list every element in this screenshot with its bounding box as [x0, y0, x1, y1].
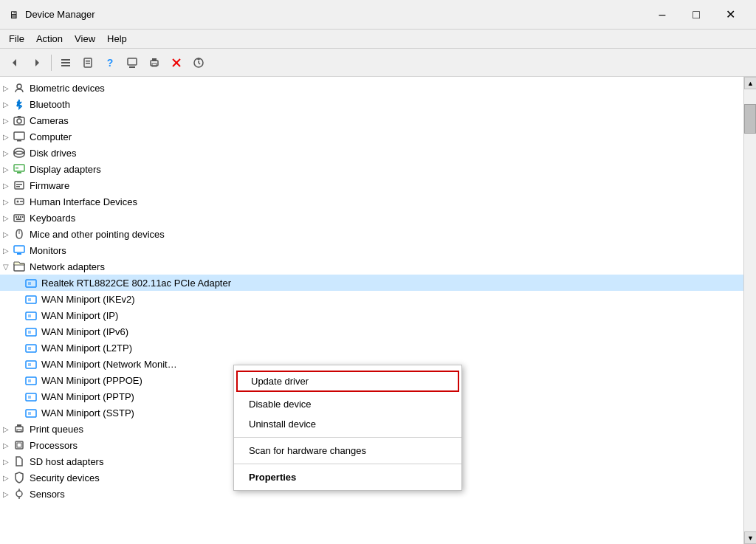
firmware-label: Firmware — [30, 180, 69, 191]
device-tree[interactable]: ▷ Biometric devices ▷ Bluetooth ▷ Camera… — [0, 77, 743, 544]
close-button[interactable]: ✕ — [713, 3, 747, 27]
bluetooth-icon — [12, 97, 27, 111]
toolbar-scan[interactable] — [188, 52, 209, 73]
disk-icon — [12, 145, 27, 160]
svg-rect-60 — [28, 396, 31, 399]
print-icon — [12, 421, 27, 436]
expand-icon: ▷ — [0, 114, 12, 126]
svg-rect-31 — [16, 186, 20, 187]
menu-help[interactable]: Help — [101, 32, 133, 46]
tree-item-disk[interactable]: ▷ Disk drives — [0, 145, 743, 161]
wan-pppoe-icon — [24, 373, 38, 388]
tree-item-wan-ikev2[interactable]: WAN Miniport (IKEv2) — [0, 291, 743, 307]
expand-icon: ▷ — [0, 488, 12, 500]
tree-item-display[interactable]: ▷ Display adapters — [0, 161, 743, 177]
expand-icon: ▷ — [0, 423, 12, 435]
toolbar-remove[interactable] — [166, 52, 187, 73]
svg-rect-7 — [86, 63, 90, 64]
expand-icon — [12, 390, 24, 402]
sensors-icon — [12, 486, 27, 501]
toolbar-forward[interactable] — [27, 52, 47, 73]
app-icon: 🖥 — [9, 9, 19, 21]
svg-rect-50 — [28, 314, 31, 317]
title-bar: 🖥 Device Manager – □ ✕ — [0, 0, 756, 30]
expand-icon — [12, 374, 24, 386]
context-menu-item-uninstall[interactable]: Uninstall device — [234, 414, 461, 434]
context-menu-item-scan[interactable]: Scan for hardware changes — [234, 441, 461, 461]
disk-label: Disk drives — [30, 148, 77, 159]
expand-icon: ▷ — [0, 455, 12, 467]
svg-rect-2 — [61, 59, 70, 61]
svg-marker-0 — [13, 59, 16, 66]
vertical-scrollbar[interactable]: ▲ ▼ — [743, 77, 756, 544]
tree-item-biometric[interactable]: ▷ Biometric devices — [0, 80, 743, 96]
wan-sstp-label: WAN Miniport (SSTP) — [41, 407, 134, 419]
expand-icon — [12, 293, 24, 305]
svg-rect-6 — [86, 61, 90, 62]
print-label: Print queues — [30, 424, 83, 435]
tree-item-wan-l2tp[interactable]: WAN Miniport (L2TP) — [0, 340, 743, 356]
context-menu-item-disable[interactable]: Disable device — [234, 394, 461, 414]
network-label: Network adapters — [30, 261, 105, 272]
svg-rect-65 — [17, 430, 21, 432]
tree-item-firmware[interactable]: ▷ Firmware — [0, 177, 743, 193]
scroll-track[interactable] — [744, 89, 756, 531]
cameras-label: Cameras — [30, 115, 69, 126]
tree-item-network[interactable]: ▽ Network adapters — [0, 258, 743, 275]
svg-rect-21 — [17, 140, 21, 142]
tree-item-cameras[interactable]: ▷ Cameras — [0, 112, 743, 128]
properties-label: Properties — [249, 472, 296, 483]
toolbar-print[interactable] — [144, 52, 165, 73]
update-driver-label: Update driver — [251, 376, 309, 387]
expand-icon: ▷ — [0, 228, 12, 240]
wan-pptp-label: WAN Miniport (PPTP) — [41, 391, 134, 402]
tree-item-keyboards[interactable]: ▷ Keyboards — [0, 210, 743, 226]
expand-icon: ▷ — [0, 131, 12, 142]
tree-item-monitors[interactable]: ▷ Monitors — [0, 242, 743, 258]
svg-rect-67 — [17, 443, 21, 447]
svg-rect-28 — [16, 167, 18, 169]
context-menu-item-update-driver[interactable]: Update driver — [236, 371, 459, 392]
realtek-label: Realtek RTL8822CE 802.11ac PCIe Adapter — [41, 278, 231, 289]
hid-icon — [12, 194, 27, 209]
biometric-label: Biometric devices — [30, 83, 105, 94]
toolbar-help[interactable]: ? — [100, 52, 120, 73]
menu-action[interactable]: Action — [30, 32, 69, 46]
camera-icon — [12, 113, 27, 128]
menu-view[interactable]: View — [69, 32, 101, 46]
svg-rect-4 — [61, 65, 70, 66]
expand-icon: ▷ — [0, 196, 12, 207]
wan-ipv6-label: WAN Miniport (IPv6) — [41, 326, 128, 337]
biometric-icon — [12, 80, 27, 95]
display-icon — [12, 162, 27, 176]
svg-rect-34 — [20, 201, 23, 202]
menu-file[interactable]: File — [3, 32, 30, 46]
svg-rect-58 — [28, 379, 31, 382]
toolbar-properties[interactable] — [78, 52, 98, 73]
title-controls: – □ ✕ — [645, 3, 747, 27]
toolbar-update[interactable] — [122, 52, 142, 73]
svg-point-19 — [17, 119, 21, 123]
wan-ikev2-icon — [24, 292, 38, 306]
maximize-button[interactable]: □ — [679, 3, 713, 27]
scroll-thumb[interactable] — [744, 104, 756, 134]
toolbar-back[interactable] — [4, 52, 25, 73]
svg-rect-42 — [14, 246, 24, 252]
wan-ip-label: WAN Miniport (IP) — [41, 310, 118, 321]
scroll-down-button[interactable]: ▼ — [744, 531, 756, 544]
expand-icon: ▷ — [0, 98, 12, 110]
minimize-button[interactable]: – — [645, 3, 679, 27]
tree-item-wan-ipv6[interactable]: WAN Miniport (IPv6) — [0, 323, 743, 340]
tree-item-wan-ip[interactable]: WAN Miniport (IP) — [0, 307, 743, 323]
tree-item-hid[interactable]: ▷ Human Interface Devices — [0, 193, 743, 210]
svg-rect-39 — [22, 216, 24, 218]
toolbar-show-hide[interactable] — [55, 52, 76, 73]
tree-item-realtek[interactable]: Realtek RTL8822CE 802.11ac PCIe Adapter — [0, 275, 743, 291]
monitor-icon — [12, 243, 27, 258]
scroll-up-button[interactable]: ▲ — [744, 77, 756, 89]
tree-item-mice[interactable]: ▷ Mice and other pointing devices — [0, 226, 743, 242]
context-menu-item-properties[interactable]: Properties — [234, 467, 461, 487]
expand-icon — [12, 407, 24, 419]
tree-item-bluetooth[interactable]: ▷ Bluetooth — [0, 96, 743, 112]
tree-item-computer[interactable]: ▷ Computer — [0, 128, 743, 145]
